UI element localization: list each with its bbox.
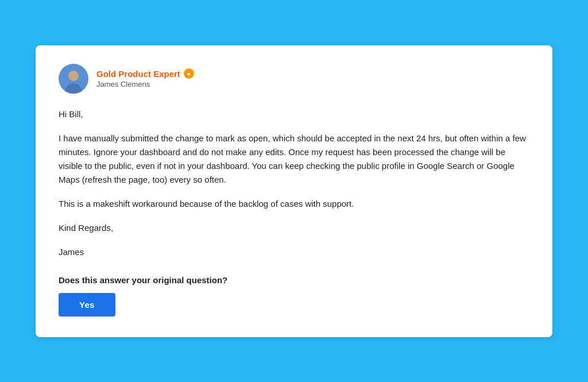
avatar-head: [68, 71, 79, 81]
question-section: Does this answer your original question?…: [59, 275, 529, 317]
author-info: Gold Product Expert ● James Clemens: [96, 68, 194, 88]
message-card: Gold Product Expert ● James Clemens Hi B…: [36, 45, 552, 337]
yes-button[interactable]: Yes: [59, 293, 115, 317]
avatar: [59, 64, 88, 94]
greeting: Hi Bill,: [59, 107, 529, 121]
paragraph2: This is a makeshift workaround because o…: [59, 197, 529, 211]
author-row: Gold Product Expert ● James Clemens: [59, 64, 529, 94]
avatar-body: [65, 83, 82, 94]
question-text: Does this answer your original question?: [59, 275, 529, 285]
avatar-figure: [64, 70, 83, 94]
paragraph4: James: [59, 245, 529, 259]
gold-product-expert-label: Gold Product Expert: [96, 69, 180, 79]
gold-badge-icon: ●: [184, 68, 194, 79]
message-body: Hi Bill, I have manually submitted the c…: [59, 107, 529, 259]
paragraph1: I have manually submitted the change to …: [59, 132, 529, 187]
author-name: James Clemens: [96, 80, 194, 88]
paragraph3: Kind Regards,: [59, 221, 529, 235]
author-title-row: Gold Product Expert ●: [96, 68, 194, 79]
